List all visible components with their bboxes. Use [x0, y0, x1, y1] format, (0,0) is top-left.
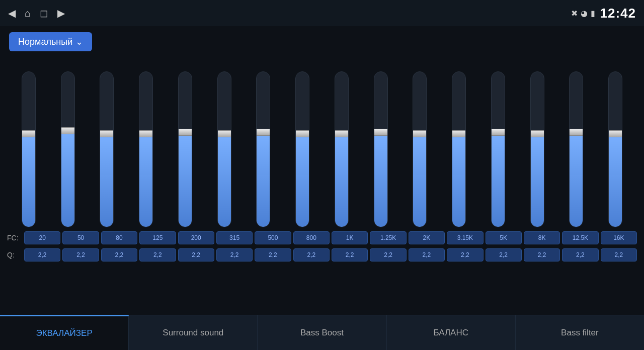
fc-btn-7[interactable]: 500	[255, 231, 291, 244]
tab-bassfilter[interactable]: Bass filter	[516, 315, 644, 350]
window-button[interactable]: ◻	[40, 7, 48, 19]
slider-fill-14	[531, 134, 544, 227]
fc-btn-10[interactable]: 1.25K	[370, 231, 406, 244]
fc-btn-5[interactable]: 200	[178, 231, 214, 244]
fc-btn-3[interactable]: 80	[101, 231, 137, 244]
q-btn-2[interactable]: 2,2	[62, 248, 99, 261]
main-content: Нормальный ⌄ FC: 2050801252003155008001K…	[0, 26, 644, 315]
slider-wrapper-16	[600, 71, 630, 227]
fc-btn-11[interactable]: 2K	[409, 231, 445, 244]
equalizer-area: FC: 2050801252003155008001K1.25K2K3.15K5…	[0, 56, 644, 261]
slider-track-13[interactable]	[491, 71, 505, 227]
q-btn-1[interactable]: 2,2	[24, 248, 60, 261]
slider-track-3[interactable]	[100, 71, 114, 227]
tab-label-balance: БАЛАНС	[433, 328, 468, 338]
fc-btn-1[interactable]: 20	[24, 231, 60, 244]
q-btn-4[interactable]: 2,2	[139, 248, 176, 261]
fc-btn-12[interactable]: 3.15K	[447, 231, 483, 244]
slider-fill-12	[452, 134, 465, 227]
fc-btn-15[interactable]: 12.5K	[562, 231, 598, 244]
slider-fill-3	[100, 134, 113, 227]
home-button[interactable]: ⌂	[25, 8, 31, 19]
fc-btn-2[interactable]: 50	[62, 231, 99, 244]
slider-handle-8[interactable]	[295, 130, 309, 137]
slider-handle-7[interactable]	[256, 129, 270, 136]
slider-fill-8	[296, 134, 309, 227]
slider-fill-9	[335, 134, 348, 227]
slider-handle-4[interactable]	[139, 130, 153, 137]
slider-track-5[interactable]	[178, 71, 192, 227]
slider-track-12[interactable]	[452, 71, 466, 227]
slider-track-4[interactable]	[139, 71, 153, 227]
slider-handle-6[interactable]	[217, 130, 231, 137]
slider-track-2[interactable]	[61, 71, 75, 227]
tab-surround[interactable]: Surround sound	[129, 315, 258, 350]
q-btn-15[interactable]: 2,2	[562, 248, 598, 261]
q-btn-5[interactable]: 2,2	[178, 248, 214, 261]
fc-btn-8[interactable]: 800	[293, 231, 330, 244]
bluetooth-icon: ✖	[571, 9, 578, 18]
q-btn-13[interactable]: 2,2	[486, 248, 522, 261]
q-btn-6[interactable]: 2,2	[216, 248, 253, 261]
slider-wrapper-3	[92, 71, 122, 227]
slider-wrapper-15	[561, 71, 591, 227]
slider-fill-6	[218, 134, 231, 227]
fc-btn-6[interactable]: 315	[216, 231, 253, 244]
tab-bassboost[interactable]: Bass Boost	[258, 315, 386, 350]
preset-label: Нормальный	[18, 37, 72, 47]
slider-track-11[interactable]	[413, 71, 427, 227]
slider-handle-12[interactable]	[452, 130, 466, 137]
q-btn-3[interactable]: 2,2	[101, 248, 137, 261]
fc-btn-14[interactable]: 8K	[524, 231, 560, 244]
q-btn-10[interactable]: 2,2	[370, 248, 406, 261]
slider-handle-16[interactable]	[608, 130, 622, 137]
slider-handle-3[interactable]	[100, 130, 114, 137]
fc-btn-13[interactable]: 5K	[486, 231, 522, 244]
slider-track-15[interactable]	[569, 71, 583, 227]
back-button[interactable]: ◀	[8, 7, 16, 19]
battery-icon: ▮	[591, 9, 595, 18]
slider-fill-15	[570, 132, 583, 227]
slider-track-10[interactable]	[374, 71, 388, 227]
slider-handle-9[interactable]	[335, 130, 349, 137]
q-label: Q:	[7, 251, 22, 259]
slider-track-8[interactable]	[295, 71, 309, 227]
tab-balance[interactable]: БАЛАНС	[387, 315, 516, 350]
q-btn-16[interactable]: 2,2	[601, 248, 637, 261]
slider-track-6[interactable]	[217, 71, 231, 227]
slider-handle-2[interactable]	[61, 127, 75, 134]
q-btn-8[interactable]: 2,2	[293, 248, 330, 261]
slider-handle-1[interactable]	[22, 130, 36, 137]
slider-fill-7	[257, 132, 270, 227]
wifi-icon: ◕	[581, 9, 588, 18]
preset-button[interactable]: Нормальный ⌄	[9, 32, 92, 51]
status-bar: ◀ ⌂ ◻ ▶ ✖ ◕ ▮ 12:42	[0, 0, 644, 26]
slider-handle-14[interactable]	[530, 130, 544, 137]
fc-btn-9[interactable]: 1K	[332, 231, 368, 244]
q-btn-7[interactable]: 2,2	[255, 248, 291, 261]
slider-track-16[interactable]	[608, 71, 622, 227]
slider-track-14[interactable]	[530, 71, 544, 227]
q-btn-11[interactable]: 2,2	[409, 248, 445, 261]
status-icons: ✖ ◕ ▮	[571, 9, 595, 18]
slider-track-7[interactable]	[256, 71, 270, 227]
q-btn-12[interactable]: 2,2	[447, 248, 483, 261]
slider-fill-16	[609, 134, 622, 227]
slider-handle-10[interactable]	[374, 129, 388, 136]
fc-btn-16[interactable]: 16K	[601, 231, 637, 244]
slider-track-9[interactable]	[335, 71, 349, 227]
slider-handle-13[interactable]	[491, 129, 505, 136]
slider-handle-15[interactable]	[569, 129, 583, 136]
slider-fill-1	[22, 134, 35, 227]
slider-fill-13	[492, 132, 505, 227]
slider-wrapper-5	[170, 71, 200, 227]
tab-equalizer[interactable]: ЭКВАЛАЙЗЕР	[0, 315, 129, 350]
slider-handle-5[interactable]	[178, 129, 192, 136]
play-button[interactable]: ▶	[57, 7, 65, 19]
q-btn-9[interactable]: 2,2	[332, 248, 368, 261]
fc-btn-4[interactable]: 125	[139, 231, 176, 244]
tab-label-bassboost: Bass Boost	[300, 328, 344, 338]
slider-track-1[interactable]	[22, 71, 36, 227]
q-btn-14[interactable]: 2,2	[524, 248, 560, 261]
slider-handle-11[interactable]	[413, 130, 427, 137]
